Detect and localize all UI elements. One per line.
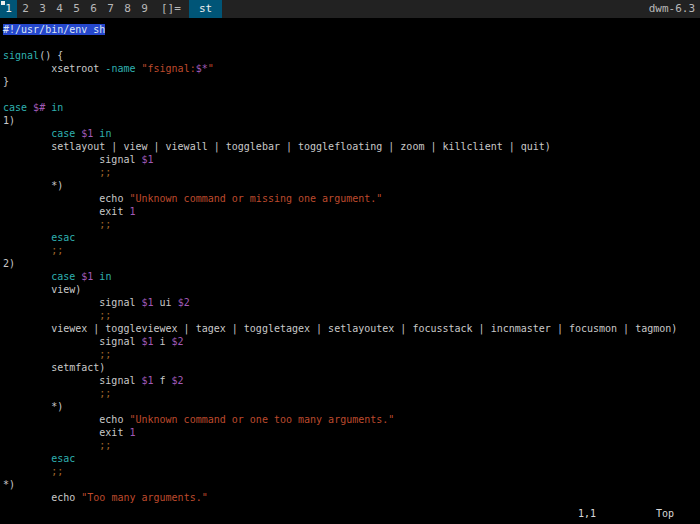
code-line: xsetroot -name "fsignal:$*" [3,62,700,75]
tag-label: 9 [141,2,148,15]
terminal-window[interactable]: #!/usr/bin/env shsignal() { xsetroot -na… [0,18,700,524]
code-segment-str: "Unknown command or missing one argument… [129,193,382,204]
code-line: ;; [3,465,700,478]
code-segment-plain: signal [3,336,141,347]
tag-label: 3 [39,2,46,15]
code-line: ;; [3,439,700,452]
code-segment-plain: exit [3,206,129,217]
window-title[interactable]: st [189,0,222,18]
code-segment-str: "Unknown command or one too many argumen… [129,414,394,425]
tag-1[interactable]: 1 [0,0,17,18]
code-segment-plain: viewex | toggleviewex | tagex | toggleta… [3,323,677,334]
code-segment-var: $* [196,63,208,74]
code-segment-shebang: #!/usr/bin/env sh [3,24,105,35]
code-segment-op: ;; [3,245,63,256]
code-segment-plain: *) [3,401,63,412]
code-segment-op: ;; [3,310,111,321]
code-segment-var: $# [33,102,45,113]
scroll-indicator: Top [656,507,674,520]
code-segment-var: 1 [129,206,135,217]
code-segment-plain: *) [3,479,15,490]
tag-8[interactable]: 8 [119,0,136,18]
code-segment-plain [3,271,51,282]
code-segment-kw: esac [3,453,75,464]
code-segment-var: $1 [141,375,153,386]
layout-symbol[interactable]: []= [153,0,189,18]
code-line: } [3,75,700,88]
tag-6[interactable]: 6 [85,0,102,18]
code-segment-kw: in [51,102,63,113]
code-line: ;; [3,166,700,179]
code-line: *) [3,179,700,192]
code-segment-var: 1 [129,427,135,438]
tag-label: 4 [56,2,63,15]
code-segment-plain: view) [3,284,81,295]
code-line: *) [3,400,700,413]
tag-label: 7 [107,2,114,15]
code-segment-plain: } [3,76,9,87]
code-line: ;; [3,244,700,257]
code-line: ;; [3,387,700,400]
code-segment-plain: signal [3,375,141,386]
code-segment-plain: 2) [3,258,15,269]
code-segment-plain: echo [3,193,129,204]
vim-ruler: 1,1 Top [0,507,700,520]
status-text: dwm-6.3 [644,0,700,18]
tag-label: 5 [73,2,80,15]
code-segment-plain: setmfact) [3,362,105,373]
code-segment-plain: setlayout | view | viewall | togglebar |… [3,141,551,152]
tag-2[interactable]: 2 [17,0,34,18]
code-line: esac [3,452,700,465]
code-line: view) [3,283,700,296]
code-segment-kw: esac [3,232,75,243]
code-segment-var: $1 [141,154,153,165]
code-line: case $1 in [3,270,700,283]
code-segment-plain: *) [3,180,63,191]
code-segment-var: $1 [81,271,93,282]
code-line: setlayout | view | viewall | togglebar |… [3,140,700,153]
code-segment-kw: in [99,128,111,139]
tag-client-indicator [1,1,5,5]
code-segment-op: ;; [3,167,111,178]
code-segment-plain: signal [3,154,141,165]
code-line: ;; [3,309,700,322]
code-segment-kw: case [51,128,81,139]
code-line: exit 1 [3,426,700,439]
code-line: case $# in [3,101,700,114]
code-line: 2) [3,257,700,270]
code-segment-op: ;; [3,349,111,360]
tag-label: 1 [5,2,12,15]
tag-7[interactable]: 7 [102,0,119,18]
tag-3[interactable]: 3 [34,0,51,18]
code-line: signal $1 i $2 [3,335,700,348]
code-segment-plain: exit [3,427,129,438]
tag-label: 2 [22,2,29,15]
tag-5[interactable]: 5 [68,0,85,18]
code-segment-plain: echo [3,492,81,503]
code-line: echo "Unknown command or missing one arg… [3,192,700,205]
tag-9[interactable]: 9 [136,0,153,18]
code-segment-plain: xsetroot [3,63,105,74]
code-segment-plain: i [154,336,172,347]
code-line: ;; [3,348,700,361]
code-line: case $1 in [3,127,700,140]
code-segment-plain: 1) [3,115,15,126]
code-line: exit 1 [3,205,700,218]
code-line: setmfact) [3,361,700,374]
code-line: ;; [3,218,700,231]
code-line: signal $1 ui $2 [3,296,700,309]
tag-4[interactable]: 4 [51,0,68,18]
code-line: signal() { [3,49,700,62]
code-segment-plain [3,128,51,139]
tag-label: 6 [90,2,97,15]
bar-spacer [222,0,644,18]
code-segment-plain: echo [3,414,129,425]
code-segment-str: "fsignal: [141,63,195,74]
cursor-position: 1,1 [578,507,596,520]
code-segment-var: $1 [141,297,153,308]
dwm-status-bar: 123456789 []= st dwm-6.3 [0,0,700,18]
code-area: #!/usr/bin/env shsignal() { xsetroot -na… [0,18,700,504]
code-line [3,36,700,49]
code-line: 1) [3,114,700,127]
code-line: echo "Unknown command or one too many ar… [3,413,700,426]
